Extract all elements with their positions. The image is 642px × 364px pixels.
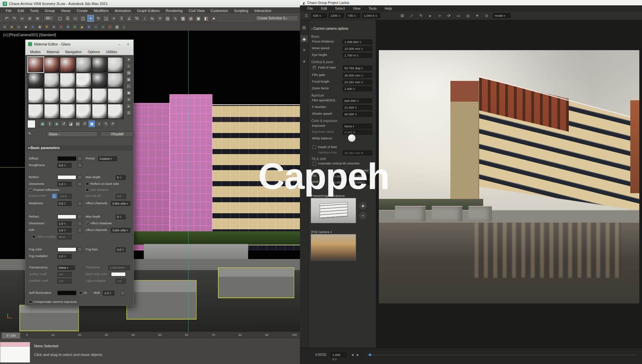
play-button[interactable]: ▸ [355, 352, 361, 358]
environment-tab-icon[interactable]: ☀ [301, 47, 308, 53]
viewport-label[interactable]: [+] [PhysCamera001] [Standard] [3, 33, 56, 37]
green-cube-icon[interactable]: ■ [72, 24, 78, 30]
max-menu-rendering[interactable]: Rendering [163, 9, 186, 13]
material-slot-17[interactable] [92, 88, 107, 103]
curve-editor-icon[interactable]: ∿ [172, 15, 179, 22]
max-menu-scripting[interactable]: Scripting [231, 9, 251, 13]
active-sample-slot[interactable] [27, 120, 35, 128]
material-slot-9[interactable] [60, 73, 75, 88]
delete-camera-button[interactable]: × [359, 212, 366, 219]
render-production-icon[interactable]: ● [210, 15, 217, 22]
close-button[interactable]: × [125, 42, 131, 46]
fog-color-swatch[interactable] [58, 247, 76, 252]
sample-type-icon[interactable]: ● [126, 56, 132, 62]
fwd-bck-coeff-field[interactable]: 1.0 [58, 279, 72, 283]
rectangular-region-icon[interactable]: ▭ [72, 15, 79, 22]
raytraced-render-view[interactable] [379, 50, 639, 304]
reset-map-icon[interactable]: ↺ [61, 121, 67, 127]
reflect-color-swatch[interactable] [58, 175, 76, 179]
material-name-dropdown[interactable]: Glass [47, 131, 98, 137]
lavina-menu-help[interactable]: Help [381, 6, 396, 10]
apply-icon[interactable]: ✓ [409, 13, 415, 19]
show-end-result-icon[interactable]: ◑ [96, 121, 102, 127]
material-slot-2[interactable] [44, 57, 60, 72]
scenes-tab-icon[interactable]: ▤ [301, 24, 308, 31]
get-material-icon[interactable]: ◉ [39, 121, 46, 127]
metalness-field[interactable]: 0.0 [58, 201, 72, 206]
snap-toggle-3d-icon[interactable]: 3 [118, 15, 125, 22]
max-menu-customize[interactable]: Customize [208, 9, 231, 13]
metalness-map-button[interactable] [78, 201, 82, 206]
schematic-view-icon[interactable]: ▩ [180, 15, 186, 22]
generate-preview-icon[interactable]: ▣ [126, 90, 132, 96]
roughness-field[interactable]: 0.0 [58, 163, 72, 168]
self-illumination-map-button[interactable] [120, 291, 125, 295]
f-number-field[interactable]: 21.000 [343, 105, 372, 110]
video-color-check-icon[interactable]: ▷ [126, 83, 132, 89]
max-menu-tools[interactable]: Tools [27, 9, 42, 13]
make-unique-icon[interactable]: ◪ [68, 121, 74, 127]
material-slot-14[interactable] [44, 88, 60, 103]
mated-menu-modes[interactable]: Modes [27, 50, 43, 54]
reflect-map-button[interactable] [78, 175, 82, 179]
bind-to-spacewarp-icon[interactable]: ≋ [34, 15, 41, 22]
self-illumination-swatch[interactable] [58, 291, 76, 295]
snapshot-icon[interactable]: ◎ [465, 13, 471, 19]
select-by-name-icon[interactable]: ☰ [64, 15, 71, 22]
sun-icon[interactable]: ☀ [44, 24, 50, 30]
material-editor-icon[interactable]: ◍ [187, 15, 194, 22]
region-render-icon[interactable]: ▭ [455, 13, 461, 19]
selection-lock-icon[interactable]: ● [2, 24, 8, 30]
back-side-color-swatch[interactable] [111, 272, 126, 276]
teapot-red-icon[interactable]: ● [107, 24, 113, 30]
material-slot-16[interactable] [76, 88, 91, 103]
lavina-menu-tools[interactable]: Tools [364, 6, 381, 10]
timeline-ruler[interactable]: 0102030405060708090100 [26, 333, 297, 337]
window-crossing-icon[interactable]: ◫ [80, 15, 86, 22]
forest-icon[interactable]: ▲ [121, 24, 127, 30]
material-slot-6[interactable] [108, 57, 123, 72]
lavina-menu-select[interactable]: Select [331, 6, 349, 10]
depth-of-field-checkbox[interactable] [313, 145, 316, 149]
lavina-titlebar[interactable]: ◭ Chaos Group Project Lavina [300, 0, 642, 5]
exposure-value-field[interactable]: 0.000 [343, 130, 372, 135]
max-menu-civil-view[interactable]: Civil View [186, 9, 207, 13]
lock-icon[interactable]: ⚿ [303, 13, 309, 19]
lavina-menu-edit[interactable]: Edit [317, 6, 331, 10]
lavina-menu-file[interactable]: File [303, 6, 317, 10]
white-balance-swatch[interactable] [348, 134, 355, 142]
camera-options-header[interactable]: Current camera options [311, 27, 348, 30]
aperture-size-field[interactable]: 32.354 mm [343, 150, 372, 155]
trackbar-tick-30[interactable]: 30 [105, 333, 108, 337]
orbit-icon[interactable]: ⟳ [446, 13, 452, 19]
thickness-field[interactable]: 1,000.0mm [108, 265, 130, 270]
selection-filter-dropdown[interactable]: All [43, 15, 54, 21]
diffuse-map-button[interactable] [78, 156, 82, 161]
trackbar-tick-80[interactable]: 80 [238, 333, 242, 337]
fresnel-reflections-checkbox[interactable] [29, 188, 32, 192]
minimize-button[interactable]: – [117, 42, 122, 46]
zoom-factor-field[interactable]: 1.500 [343, 86, 372, 91]
refract-glossiness-field[interactable]: 1.0 [58, 221, 72, 226]
redo-icon[interactable]: ↷ [11, 15, 18, 22]
film-gate-field[interactable]: 36.000 mm [343, 73, 372, 78]
render-setup-icon[interactable]: ▣ [195, 15, 202, 22]
max-menu-graph-editors[interactable]: Graph Editors [134, 9, 163, 13]
mated-menu-options[interactable]: Options [85, 50, 103, 54]
camera-tab-icon[interactable]: ◉ [301, 35, 308, 42]
timeline-groove[interactable] [367, 355, 637, 355]
fit-view-icon[interactable]: ⊞ [399, 13, 405, 19]
background-icon[interactable]: ▨ [126, 70, 132, 76]
material-slot-1[interactable] [28, 57, 43, 72]
material-slot-5[interactable] [92, 57, 107, 72]
eye-height-field[interactable]: 1.700 m [343, 53, 372, 58]
fog-color-map-button[interactable] [78, 247, 82, 252]
max-menu-modifiers[interactable]: Modifiers [91, 9, 112, 13]
material-slot-20[interactable] [44, 104, 60, 119]
resolution-field-1[interactable]: 636 [311, 13, 327, 18]
max-titlebar[interactable]: 3 Chaos Archviz VRA Scenery 3Low - Autod… [0, 0, 300, 7]
reflect-back-side-checkbox[interactable] [86, 182, 89, 186]
pan-icon[interactable]: ⊹ [437, 13, 443, 19]
time-slider[interactable]: 0 / 100 0102030405060708090100 [0, 332, 300, 339]
teal-cube-icon[interactable]: ■ [65, 24, 71, 30]
